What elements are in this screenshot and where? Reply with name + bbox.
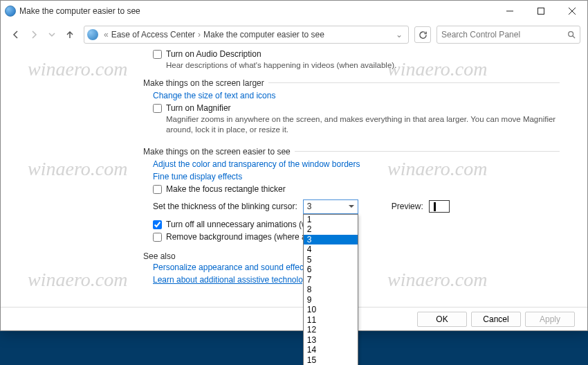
recent-button[interactable] [44,26,60,43]
dropdown-option[interactable]: 5 [304,255,358,265]
cursor-thickness-value: 3 [307,202,349,211]
maximize-button[interactable] [525,1,556,21]
footer: OK Cancel Apply [1,307,587,330]
back-button[interactable] [8,26,24,43]
link-text-size[interactable]: Change the size of text and icons [153,89,560,102]
dropdown-option[interactable]: 3 [304,235,358,245]
chevron-down-icon[interactable]: ⌄ [396,30,405,39]
apply-button[interactable]: Apply [525,312,575,327]
nav-bar: « Ease of Access Center › Make the compu… [1,21,587,48]
magnifier-checkbox[interactable] [153,104,162,113]
link-window-borders[interactable]: Adjust the color and transparency of the… [153,158,560,170]
group-larger: Make things on the screen larger Change … [153,78,560,140]
magnifier-sub: Magnifier zooms in anywhere on the scree… [166,114,560,136]
preview-label: Preview: [392,202,423,211]
titlebar: Make the computer easier to see [1,1,587,21]
cursor-thickness-label: Set the thickness of the blinking cursor… [153,202,297,211]
close-button[interactable] [556,1,587,21]
app-icon [5,6,16,17]
dropdown-option[interactable]: 10 [304,305,358,315]
dropdown-option[interactable]: 9 [304,295,358,305]
dropdown-option[interactable]: 2 [304,224,358,235]
dropdown-option[interactable]: 7 [304,275,358,285]
breadcrumb[interactable]: « Ease of Access Center › Make the compu… [84,26,409,44]
breadcrumb-current[interactable]: Make the computer easier to see [203,30,324,39]
focus-rect-checkbox[interactable] [153,185,162,194]
breadcrumb-icon [87,29,98,40]
animations-checkbox[interactable] [153,220,162,229]
window-buttons [494,1,587,21]
window-title: Make the computer easier to see [19,6,140,16]
dropdown-option[interactable]: 6 [304,265,358,275]
background-images-checkbox[interactable] [153,233,162,242]
dropdown-option[interactable]: 1 [304,215,358,225]
dropdown-option[interactable]: 13 [304,335,358,346]
dropdown-option[interactable]: 11 [304,315,358,326]
chevron-down-icon [349,205,354,208]
up-button[interactable] [62,26,78,43]
forward-button[interactable] [26,26,42,43]
group-larger-label: Make things on the screen larger [143,78,268,88]
ok-button[interactable]: OK [417,312,467,327]
refresh-button[interactable] [414,26,431,43]
dropdown-option[interactable]: 15 [304,355,358,365]
cancel-button[interactable]: Cancel [471,312,521,327]
audio-description-checkbox[interactable] [153,50,162,59]
window: Make the computer easier to see « Ease o… [0,0,588,331]
svg-rect-0 [538,8,544,15]
minimize-button[interactable] [494,1,525,21]
magnifier-label: Turn on Magnifier [166,103,231,113]
dropdown-option[interactable]: 12 [304,325,358,335]
chevron-right-icon: › [195,30,203,39]
dropdown-option[interactable]: 8 [304,285,358,295]
audio-description-sub: Hear descriptions of what's happening in… [166,60,560,71]
cursor-thickness-row: Set the thickness of the blinking cursor… [153,199,560,214]
caret-icon [434,202,436,211]
search-icon [567,30,576,39]
svg-point-1 [569,32,573,37]
audio-description-label: Turn on Audio Description [166,49,261,59]
content: Turn on Audio Description Hear descripti… [1,48,587,307]
focus-rect-label: Make the focus rectangle thicker [166,184,286,194]
search-placeholder: Search Control Panel [441,30,520,39]
dropdown-option[interactable]: 14 [304,345,358,355]
group-easier-label: Make things on the screen easier to see [143,147,295,157]
cursor-thickness-combo[interactable]: 3 [303,199,358,214]
link-fine-tune[interactable]: Fine tune display effects [153,170,560,183]
breadcrumb-sep: « [101,30,111,39]
dropdown-option[interactable]: 4 [304,244,358,255]
search-input[interactable]: Search Control Panel [437,26,580,44]
cursor-preview [429,200,450,213]
breadcrumb-parent[interactable]: Ease of Access Center [111,30,195,39]
cursor-thickness-dropdown[interactable]: 1234567891011121314151617181920 [303,214,358,365]
